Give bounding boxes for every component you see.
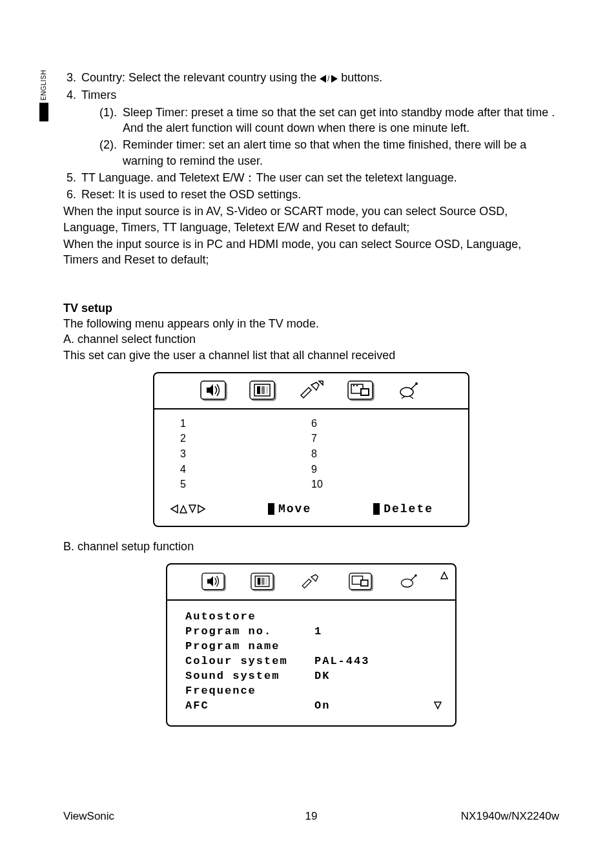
language-side-tab: ENGLISH bbox=[39, 70, 49, 121]
channel-col-right: 6 7 8 9 10 bbox=[311, 416, 442, 492]
svg-marker-23 bbox=[180, 506, 187, 513]
satellite-icon bbox=[395, 570, 424, 593]
item4-label: Timers bbox=[81, 88, 116, 101]
setup-row: Autostore bbox=[185, 610, 437, 625]
pip-icon bbox=[346, 378, 375, 402]
svg-point-16 bbox=[356, 385, 358, 386]
setup-key: Colour system bbox=[185, 654, 314, 669]
delete-label: Delete bbox=[384, 501, 433, 517]
svg-point-15 bbox=[353, 385, 354, 386]
channel-list-footer: Move Delete bbox=[154, 495, 468, 526]
page-down-arrow-icon bbox=[433, 700, 442, 715]
move-label: Move bbox=[278, 501, 311, 517]
channel-cell: 4 bbox=[180, 462, 311, 477]
svg-line-39 bbox=[411, 576, 415, 581]
setup-row: Program no.1 bbox=[185, 625, 437, 639]
list-item-5: 5. TT Language. and Teletext E/W：The use… bbox=[63, 170, 559, 185]
speaker-icon bbox=[199, 378, 227, 402]
setup-row: Colour systemPAL-443 bbox=[185, 654, 437, 669]
osd-channel-setup: Autostore Program no.1 Program name Colo… bbox=[166, 563, 457, 727]
svg-marker-25 bbox=[198, 505, 205, 513]
speaker-icon bbox=[199, 570, 227, 593]
side-tab-label: ENGLISH bbox=[39, 70, 48, 100]
list-item-4: 4. Timers (1). Sleep Timer: preset a tim… bbox=[63, 87, 559, 168]
setup-key: AFC bbox=[185, 699, 314, 714]
setup-row: AFCOn bbox=[185, 699, 437, 714]
channel-setup-body: Autostore Program no.1 Program name Colo… bbox=[167, 601, 455, 725]
list-item-6: 6. Reset: It is used to reset the OSD se… bbox=[63, 187, 559, 202]
svg-marker-22 bbox=[171, 505, 178, 513]
svg-rect-7 bbox=[257, 386, 260, 394]
osd-tab-bar bbox=[154, 373, 468, 409]
footer-left: ViewSonic bbox=[63, 809, 114, 824]
setup-icon bbox=[297, 378, 325, 402]
tv-setup-line1: The following menu appears only in the T… bbox=[63, 316, 559, 331]
cursor-block-icon bbox=[268, 503, 274, 515]
channel-cell: 2 bbox=[180, 431, 311, 446]
svg-line-21 bbox=[409, 396, 413, 399]
list-body: Country: Select the relevant country usi… bbox=[81, 70, 559, 86]
channel-cell: 7 bbox=[311, 431, 442, 446]
satellite-icon bbox=[395, 378, 424, 402]
svg-marker-24 bbox=[189, 505, 196, 512]
sub-body: Sleep Timer: preset a time so that the s… bbox=[123, 105, 559, 136]
list-body: Reset: It is used to reset the OSD setti… bbox=[81, 187, 559, 202]
setup-icon bbox=[297, 570, 325, 593]
page-up-arrow-icon bbox=[440, 568, 449, 584]
channel-cell: 9 bbox=[311, 462, 442, 477]
sub-body: Reminder timer: set an alert time so tha… bbox=[123, 137, 559, 169]
tv-setup-line3: This set can give the user a channel lis… bbox=[63, 347, 559, 363]
footer-page-number: 19 bbox=[305, 809, 318, 824]
svg-rect-9 bbox=[266, 386, 268, 394]
setup-key: Program name bbox=[185, 639, 314, 654]
left-right-arrows-icon: / bbox=[320, 70, 338, 86]
setup-value: 1 bbox=[314, 625, 437, 639]
svg-point-19 bbox=[415, 382, 418, 385]
channel-cell: 6 bbox=[311, 416, 442, 431]
setup-value: On bbox=[314, 699, 437, 714]
list-number: 3. bbox=[63, 70, 81, 86]
channel-col-left: 1 2 3 4 5 bbox=[180, 416, 311, 492]
channel-cell: 5 bbox=[180, 477, 311, 492]
picture-icon bbox=[248, 570, 276, 593]
setup-value bbox=[314, 639, 437, 654]
setup-key: Autostore bbox=[185, 610, 314, 625]
svg-rect-33 bbox=[265, 578, 267, 585]
sub-number: (2). bbox=[99, 137, 123, 169]
note-paragraph-2: When the input source is in PC and HDMI … bbox=[63, 236, 559, 268]
setup-value bbox=[314, 610, 437, 625]
cursor-block-icon bbox=[373, 503, 380, 515]
setup-value bbox=[314, 684, 437, 699]
setup-row: Program name bbox=[185, 639, 437, 654]
sub-number: (1). bbox=[99, 105, 123, 136]
tv-setup-line2: A. channel select function bbox=[63, 331, 559, 347]
svg-rect-32 bbox=[262, 578, 265, 585]
svg-marker-0 bbox=[320, 75, 326, 83]
item3-text-a: Country: Select the relevant country usi… bbox=[81, 71, 316, 84]
section-b-heading: B. channel setup function bbox=[63, 539, 559, 554]
channel-cell: 10 bbox=[311, 477, 442, 492]
setup-row: Frequence bbox=[185, 684, 437, 699]
svg-marker-41 bbox=[435, 702, 441, 709]
pip-icon bbox=[346, 570, 375, 593]
svg-text:/: / bbox=[327, 74, 330, 83]
tv-setup-heading: TV setup bbox=[63, 300, 559, 316]
channel-cell: 8 bbox=[311, 446, 442, 462]
sub-item-1: (1). Sleep Timer: preset a time so that … bbox=[81, 105, 559, 136]
svg-rect-37 bbox=[362, 581, 367, 586]
nav-arrows-icon bbox=[170, 504, 206, 514]
svg-rect-14 bbox=[362, 389, 368, 395]
side-tab-bar bbox=[39, 103, 48, 121]
svg-rect-8 bbox=[262, 386, 265, 394]
note-paragraph-1: When the input source is in AV, S-Video … bbox=[63, 203, 559, 235]
setup-row: Sound systemDK bbox=[185, 669, 437, 684]
osd-tab-bar bbox=[167, 565, 455, 601]
setup-value: PAL-443 bbox=[314, 654, 437, 669]
list-number: 5. bbox=[63, 170, 81, 185]
svg-point-40 bbox=[415, 575, 417, 577]
list-item-3: 3. Country: Select the relevant country … bbox=[63, 70, 559, 86]
svg-rect-31 bbox=[258, 578, 261, 585]
svg-marker-10 bbox=[319, 381, 323, 385]
setup-key: Frequence bbox=[185, 684, 314, 699]
channel-cell: 3 bbox=[180, 446, 311, 462]
